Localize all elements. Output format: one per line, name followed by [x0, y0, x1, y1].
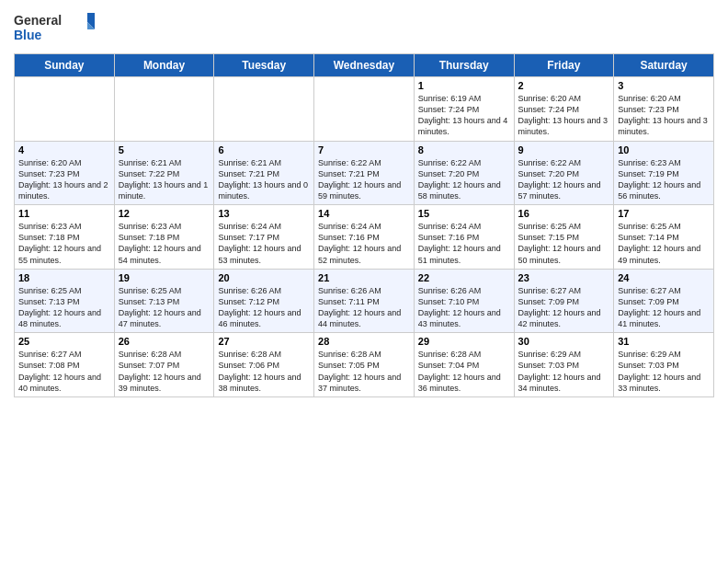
- day-header-sunday: Sunday: [15, 54, 115, 77]
- calendar-cell: 27Sunrise: 6:28 AMSunset: 7:06 PMDayligh…: [214, 333, 314, 397]
- calendar-cell: 22Sunrise: 6:26 AMSunset: 7:10 PMDayligh…: [414, 269, 514, 333]
- day-number: 29: [418, 336, 510, 347]
- calendar-cell: [314, 77, 415, 142]
- cell-content: Sunrise: 6:26 AMSunset: 7:11 PMDaylight:…: [318, 285, 410, 330]
- cell-content: Sunrise: 6:22 AMSunset: 7:21 PMDaylight:…: [318, 157, 410, 202]
- day-number: 20: [218, 272, 310, 283]
- calendar-cell: 4Sunrise: 6:20 AMSunset: 7:23 PMDaylight…: [15, 141, 115, 205]
- calendar-cell: 10Sunrise: 6:23 AMSunset: 7:19 PMDayligh…: [614, 141, 714, 205]
- cell-content: Sunrise: 6:27 AMSunset: 7:09 PMDaylight:…: [518, 285, 610, 330]
- day-number: 15: [418, 208, 510, 219]
- calendar-cell: 12Sunrise: 6:23 AMSunset: 7:18 PMDayligh…: [114, 205, 214, 270]
- day-header-friday: Friday: [514, 54, 614, 77]
- calendar-cell: 15Sunrise: 6:24 AMSunset: 7:16 PMDayligh…: [414, 205, 514, 270]
- logo: General Blue: [14, 9, 97, 46]
- calendar-cell: 25Sunrise: 6:27 AMSunset: 7:08 PMDayligh…: [15, 333, 115, 397]
- day-header-thursday: Thursday: [414, 54, 514, 77]
- cell-content: Sunrise: 6:24 AMSunset: 7:16 PMDaylight:…: [418, 221, 510, 266]
- calendar-cell: 8Sunrise: 6:22 AMSunset: 7:20 PMDaylight…: [414, 141, 514, 205]
- day-number: 22: [418, 272, 510, 283]
- day-number: 16: [518, 208, 610, 219]
- calendar-cell: 23Sunrise: 6:27 AMSunset: 7:09 PMDayligh…: [514, 269, 614, 333]
- calendar-week-1: 1Sunrise: 6:19 AMSunset: 7:24 PMDaylight…: [15, 77, 714, 142]
- day-number: 28: [318, 336, 410, 347]
- day-number: 27: [218, 336, 310, 347]
- calendar-cell: 30Sunrise: 6:29 AMSunset: 7:03 PMDayligh…: [514, 333, 614, 397]
- day-number: 5: [119, 144, 210, 155]
- cell-content: Sunrise: 6:24 AMSunset: 7:16 PMDaylight:…: [318, 221, 410, 266]
- calendar-cell: 3Sunrise: 6:20 AMSunset: 7:23 PMDaylight…: [614, 77, 714, 142]
- calendar: SundayMondayTuesdayWednesdayThursdayFrid…: [14, 53, 714, 397]
- cell-content: Sunrise: 6:28 AMSunset: 7:05 PMDaylight:…: [318, 349, 410, 394]
- calendar-cell: [114, 77, 214, 142]
- calendar-cell: [15, 77, 115, 142]
- cell-content: Sunrise: 6:21 AMSunset: 7:21 PMDaylight:…: [218, 157, 310, 202]
- cell-content: Sunrise: 6:28 AMSunset: 7:07 PMDaylight:…: [119, 349, 210, 394]
- day-number: 26: [119, 336, 210, 347]
- day-number: 4: [18, 144, 110, 155]
- cell-content: Sunrise: 6:19 AMSunset: 7:24 PMDaylight:…: [418, 93, 510, 138]
- calendar-cell: 24Sunrise: 6:27 AMSunset: 7:09 PMDayligh…: [614, 269, 714, 333]
- calendar-cell: 13Sunrise: 6:24 AMSunset: 7:17 PMDayligh…: [214, 205, 314, 270]
- calendar-week-4: 18Sunrise: 6:25 AMSunset: 7:13 PMDayligh…: [15, 269, 714, 333]
- calendar-cell: 14Sunrise: 6:24 AMSunset: 7:16 PMDayligh…: [314, 205, 415, 270]
- calendar-week-3: 11Sunrise: 6:23 AMSunset: 7:18 PMDayligh…: [15, 205, 714, 270]
- calendar-week-5: 25Sunrise: 6:27 AMSunset: 7:08 PMDayligh…: [15, 333, 714, 397]
- day-number: 2: [518, 80, 610, 91]
- calendar-header-row: SundayMondayTuesdayWednesdayThursdayFrid…: [15, 54, 714, 77]
- cell-content: Sunrise: 6:25 AMSunset: 7:14 PMDaylight:…: [618, 221, 710, 266]
- cell-content: Sunrise: 6:27 AMSunset: 7:08 PMDaylight:…: [18, 349, 110, 394]
- day-number: 30: [518, 336, 610, 347]
- calendar-cell: 2Sunrise: 6:20 AMSunset: 7:24 PMDaylight…: [514, 77, 614, 142]
- day-number: 7: [318, 144, 410, 155]
- cell-content: Sunrise: 6:24 AMSunset: 7:17 PMDaylight:…: [218, 221, 310, 266]
- cell-content: Sunrise: 6:28 AMSunset: 7:06 PMDaylight:…: [218, 349, 310, 394]
- day-number: 6: [218, 144, 310, 155]
- calendar-cell: 28Sunrise: 6:28 AMSunset: 7:05 PMDayligh…: [314, 333, 415, 397]
- calendar-cell: 16Sunrise: 6:25 AMSunset: 7:15 PMDayligh…: [514, 205, 614, 270]
- calendar-cell: 9Sunrise: 6:22 AMSunset: 7:20 PMDaylight…: [514, 141, 614, 205]
- cell-content: Sunrise: 6:22 AMSunset: 7:20 PMDaylight:…: [518, 157, 610, 202]
- calendar-cell: 20Sunrise: 6:26 AMSunset: 7:12 PMDayligh…: [214, 269, 314, 333]
- calendar-cell: 11Sunrise: 6:23 AMSunset: 7:18 PMDayligh…: [15, 205, 115, 270]
- cell-content: Sunrise: 6:21 AMSunset: 7:22 PMDaylight:…: [119, 157, 210, 202]
- svg-text:Blue: Blue: [14, 28, 42, 42]
- calendar-cell: 6Sunrise: 6:21 AMSunset: 7:21 PMDaylight…: [214, 141, 314, 205]
- svg-text:General: General: [14, 13, 62, 28]
- day-header-saturday: Saturday: [614, 54, 714, 77]
- day-header-wednesday: Wednesday: [314, 54, 415, 77]
- day-number: 31: [618, 336, 710, 347]
- day-number: 18: [18, 272, 110, 283]
- calendar-cell: 31Sunrise: 6:29 AMSunset: 7:03 PMDayligh…: [614, 333, 714, 397]
- cell-content: Sunrise: 6:27 AMSunset: 7:09 PMDaylight:…: [618, 285, 710, 330]
- cell-content: Sunrise: 6:20 AMSunset: 7:23 PMDaylight:…: [618, 93, 710, 138]
- cell-content: Sunrise: 6:23 AMSunset: 7:18 PMDaylight:…: [18, 221, 110, 266]
- day-number: 8: [418, 144, 510, 155]
- calendar-cell: 21Sunrise: 6:26 AMSunset: 7:11 PMDayligh…: [314, 269, 415, 333]
- day-number: 21: [318, 272, 410, 283]
- calendar-cell: [214, 77, 314, 142]
- cell-content: Sunrise: 6:29 AMSunset: 7:03 PMDaylight:…: [618, 349, 710, 394]
- day-number: 25: [18, 336, 110, 347]
- calendar-cell: 18Sunrise: 6:25 AMSunset: 7:13 PMDayligh…: [15, 269, 115, 333]
- calendar-cell: 5Sunrise: 6:21 AMSunset: 7:22 PMDaylight…: [114, 141, 214, 205]
- day-header-monday: Monday: [114, 54, 214, 77]
- calendar-cell: 29Sunrise: 6:28 AMSunset: 7:04 PMDayligh…: [414, 333, 514, 397]
- cell-content: Sunrise: 6:20 AMSunset: 7:23 PMDaylight:…: [18, 157, 110, 202]
- day-number: 19: [119, 272, 210, 283]
- page: General Blue SundayMondayTuesdayWednesda…: [0, 0, 728, 563]
- calendar-cell: 17Sunrise: 6:25 AMSunset: 7:14 PMDayligh…: [614, 205, 714, 270]
- cell-content: Sunrise: 6:25 AMSunset: 7:15 PMDaylight:…: [518, 221, 610, 266]
- generalblue-logo-icon: General Blue: [14, 9, 97, 46]
- day-number: 3: [618, 80, 710, 91]
- day-header-tuesday: Tuesday: [214, 54, 314, 77]
- day-number: 17: [618, 208, 710, 219]
- cell-content: Sunrise: 6:25 AMSunset: 7:13 PMDaylight:…: [18, 285, 110, 330]
- day-number: 14: [318, 208, 410, 219]
- cell-content: Sunrise: 6:26 AMSunset: 7:10 PMDaylight:…: [418, 285, 510, 330]
- calendar-cell: 19Sunrise: 6:25 AMSunset: 7:13 PMDayligh…: [114, 269, 214, 333]
- cell-content: Sunrise: 6:25 AMSunset: 7:13 PMDaylight:…: [119, 285, 210, 330]
- day-number: 23: [518, 272, 610, 283]
- day-number: 24: [618, 272, 710, 283]
- cell-content: Sunrise: 6:29 AMSunset: 7:03 PMDaylight:…: [518, 349, 610, 394]
